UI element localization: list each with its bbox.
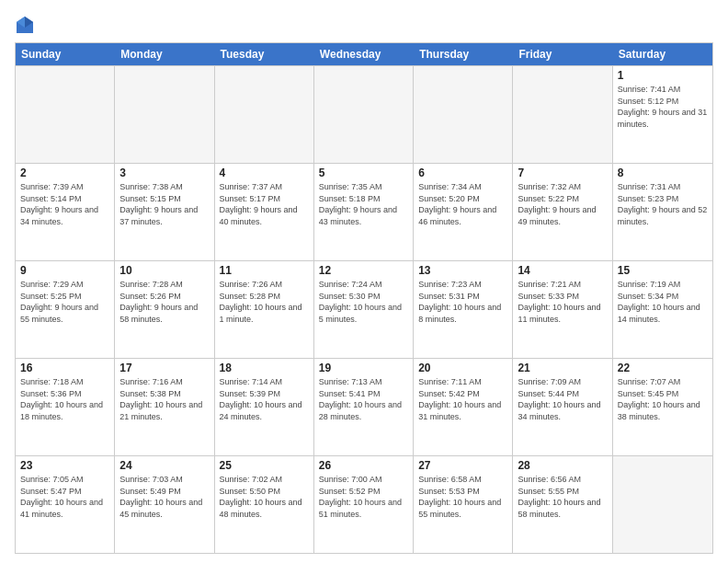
calendar-cell: 10Sunrise: 7:28 AM Sunset: 5:26 PM Dayli…	[115, 261, 214, 358]
logo-icon	[15, 15, 35, 35]
calendar-cell: 11Sunrise: 7:26 AM Sunset: 5:28 PM Dayli…	[215, 261, 314, 358]
day-info: Sunrise: 7:39 AM Sunset: 5:14 PM Dayligh…	[20, 181, 109, 227]
day-info: Sunrise: 7:24 AM Sunset: 5:30 PM Dayligh…	[319, 279, 408, 325]
calendar-cell: 17Sunrise: 7:16 AM Sunset: 5:38 PM Dayli…	[115, 359, 214, 455]
day-info: Sunrise: 7:05 AM Sunset: 5:47 PM Dayligh…	[20, 474, 109, 520]
calendar-body: 1Sunrise: 7:41 AM Sunset: 5:12 PM Daylig…	[16, 65, 712, 553]
header-day-wednesday: Wednesday	[314, 43, 414, 65]
day-info: Sunrise: 7:32 AM Sunset: 5:22 PM Dayligh…	[518, 181, 607, 227]
calendar-cell: 4Sunrise: 7:37 AM Sunset: 5:17 PM Daylig…	[215, 164, 314, 260]
day-info: Sunrise: 7:16 AM Sunset: 5:38 PM Dayligh…	[119, 376, 209, 422]
calendar: SundayMondayTuesdayWednesdayThursdayFrid…	[15, 42, 713, 554]
day-info: Sunrise: 7:23 AM Sunset: 5:31 PM Dayligh…	[418, 279, 507, 325]
calendar-cell: 24Sunrise: 7:03 AM Sunset: 5:49 PM Dayli…	[115, 456, 214, 553]
calendar-cell	[115, 66, 214, 163]
day-number: 12	[319, 264, 408, 277]
calendar-cell: 22Sunrise: 7:07 AM Sunset: 5:45 PM Dayli…	[613, 359, 712, 455]
calendar-cell: 19Sunrise: 7:13 AM Sunset: 5:41 PM Dayli…	[314, 359, 414, 455]
calendar-week-5: 23Sunrise: 7:05 AM Sunset: 5:47 PM Dayli…	[16, 455, 712, 553]
day-info: Sunrise: 7:18 AM Sunset: 5:36 PM Dayligh…	[20, 376, 109, 422]
day-number: 4	[220, 167, 309, 179]
day-number: 26	[319, 459, 408, 472]
day-info: Sunrise: 7:29 AM Sunset: 5:25 PM Dayligh…	[20, 279, 109, 325]
day-number: 28	[518, 459, 607, 472]
calendar-cell: 15Sunrise: 7:19 AM Sunset: 5:34 PM Dayli…	[613, 261, 712, 358]
day-number: 20	[418, 362, 507, 374]
day-number: 14	[518, 264, 607, 277]
day-number: 10	[119, 264, 209, 277]
day-info: Sunrise: 7:26 AM Sunset: 5:28 PM Dayligh…	[220, 279, 309, 325]
calendar-cell: 26Sunrise: 7:00 AM Sunset: 5:52 PM Dayli…	[314, 456, 414, 553]
day-info: Sunrise: 7:03 AM Sunset: 5:49 PM Dayligh…	[119, 474, 209, 520]
day-info: Sunrise: 7:28 AM Sunset: 5:26 PM Dayligh…	[119, 279, 209, 325]
calendar-cell: 12Sunrise: 7:24 AM Sunset: 5:30 PM Dayli…	[314, 261, 414, 358]
day-number: 1	[618, 69, 708, 82]
day-number: 7	[518, 167, 607, 179]
day-info: Sunrise: 7:14 AM Sunset: 5:39 PM Dayligh…	[220, 376, 309, 422]
calendar-cell: 23Sunrise: 7:05 AM Sunset: 5:47 PM Dayli…	[16, 456, 115, 553]
header-day-sunday: Sunday	[16, 43, 115, 65]
day-info: Sunrise: 6:56 AM Sunset: 5:55 PM Dayligh…	[518, 474, 607, 520]
header-day-tuesday: Tuesday	[215, 43, 314, 65]
day-info: Sunrise: 7:38 AM Sunset: 5:15 PM Dayligh…	[119, 181, 209, 227]
day-number: 17	[119, 362, 209, 374]
calendar-cell: 5Sunrise: 7:35 AM Sunset: 5:18 PM Daylig…	[314, 164, 414, 260]
calendar-cell: 8Sunrise: 7:31 AM Sunset: 5:23 PM Daylig…	[613, 164, 712, 260]
calendar-week-2: 2Sunrise: 7:39 AM Sunset: 5:14 PM Daylig…	[16, 163, 712, 260]
header-day-thursday: Thursday	[414, 43, 513, 65]
calendar-week-3: 9Sunrise: 7:29 AM Sunset: 5:25 PM Daylig…	[16, 260, 712, 358]
day-number: 18	[220, 362, 309, 374]
calendar-cell	[16, 66, 115, 163]
calendar-cell: 28Sunrise: 6:56 AM Sunset: 5:55 PM Dayli…	[513, 456, 612, 553]
day-number: 21	[518, 362, 607, 374]
day-number: 15	[618, 264, 708, 277]
day-number: 11	[220, 264, 309, 277]
header-day-saturday: Saturday	[613, 43, 712, 65]
day-number: 27	[418, 459, 507, 472]
day-number: 9	[20, 264, 109, 277]
day-number: 5	[319, 167, 408, 179]
day-info: Sunrise: 7:35 AM Sunset: 5:18 PM Dayligh…	[319, 181, 408, 227]
calendar-cell: 7Sunrise: 7:32 AM Sunset: 5:22 PM Daylig…	[513, 164, 612, 260]
calendar-cell: 2Sunrise: 7:39 AM Sunset: 5:14 PM Daylig…	[16, 164, 115, 260]
calendar-cell: 14Sunrise: 7:21 AM Sunset: 5:33 PM Dayli…	[513, 261, 612, 358]
calendar-cell: 20Sunrise: 7:11 AM Sunset: 5:42 PM Dayli…	[414, 359, 513, 455]
day-info: Sunrise: 7:41 AM Sunset: 5:12 PM Dayligh…	[618, 84, 708, 130]
calendar-cell	[613, 456, 712, 553]
day-number: 3	[119, 167, 209, 179]
day-number: 16	[20, 362, 109, 374]
header-day-friday: Friday	[513, 43, 612, 65]
day-info: Sunrise: 7:07 AM Sunset: 5:45 PM Dayligh…	[618, 376, 708, 422]
calendar-week-4: 16Sunrise: 7:18 AM Sunset: 5:36 PM Dayli…	[16, 358, 712, 455]
day-info: Sunrise: 6:58 AM Sunset: 5:53 PM Dayligh…	[418, 474, 507, 520]
calendar-cell: 16Sunrise: 7:18 AM Sunset: 5:36 PM Dayli…	[16, 359, 115, 455]
day-info: Sunrise: 7:21 AM Sunset: 5:33 PM Dayligh…	[518, 279, 607, 325]
day-info: Sunrise: 7:19 AM Sunset: 5:34 PM Dayligh…	[618, 279, 708, 325]
calendar-cell: 18Sunrise: 7:14 AM Sunset: 5:39 PM Dayli…	[215, 359, 314, 455]
day-number: 6	[418, 167, 507, 179]
calendar-cell	[215, 66, 314, 163]
calendar-cell: 25Sunrise: 7:02 AM Sunset: 5:50 PM Dayli…	[215, 456, 314, 553]
calendar-cell: 21Sunrise: 7:09 AM Sunset: 5:44 PM Dayli…	[513, 359, 612, 455]
calendar-cell: 1Sunrise: 7:41 AM Sunset: 5:12 PM Daylig…	[613, 66, 712, 163]
day-info: Sunrise: 7:13 AM Sunset: 5:41 PM Dayligh…	[319, 376, 408, 422]
header-day-monday: Monday	[115, 43, 214, 65]
day-info: Sunrise: 7:09 AM Sunset: 5:44 PM Dayligh…	[518, 376, 607, 422]
day-info: Sunrise: 7:31 AM Sunset: 5:23 PM Dayligh…	[618, 181, 708, 227]
logo	[15, 15, 37, 35]
day-number: 24	[119, 459, 209, 472]
day-number: 23	[20, 459, 109, 472]
calendar-cell: 27Sunrise: 6:58 AM Sunset: 5:53 PM Dayli…	[414, 456, 513, 553]
page: SundayMondayTuesdayWednesdayThursdayFrid…	[0, 0, 728, 563]
day-info: Sunrise: 7:34 AM Sunset: 5:20 PM Dayligh…	[418, 181, 507, 227]
day-number: 22	[618, 362, 708, 374]
header	[15, 15, 713, 35]
day-number: 19	[319, 362, 408, 374]
calendar-cell	[513, 66, 612, 163]
day-number: 8	[618, 167, 708, 179]
day-info: Sunrise: 7:11 AM Sunset: 5:42 PM Dayligh…	[418, 376, 507, 422]
day-number: 13	[418, 264, 507, 277]
calendar-week-1: 1Sunrise: 7:41 AM Sunset: 5:12 PM Daylig…	[16, 65, 712, 163]
calendar-cell: 3Sunrise: 7:38 AM Sunset: 5:15 PM Daylig…	[115, 164, 214, 260]
calendar-header: SundayMondayTuesdayWednesdayThursdayFrid…	[16, 43, 712, 65]
